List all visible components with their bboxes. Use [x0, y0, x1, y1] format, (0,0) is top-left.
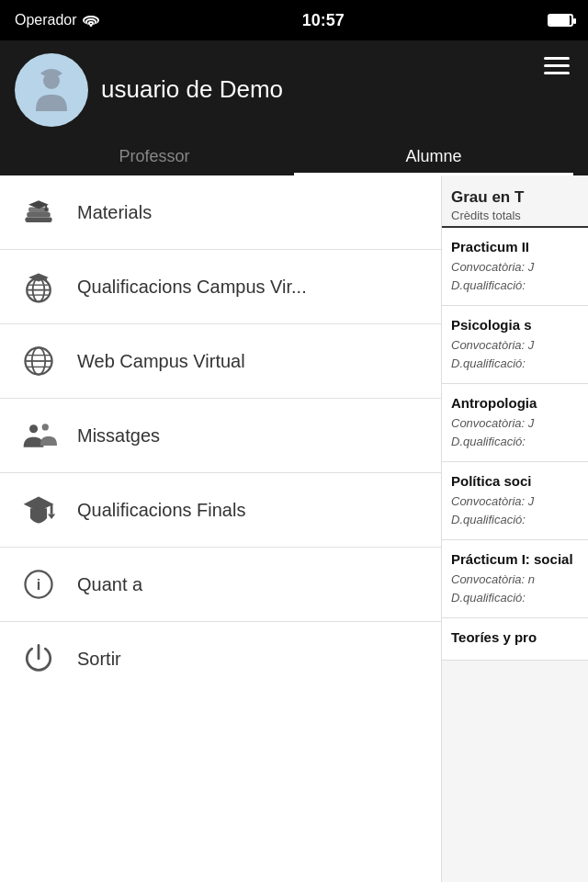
- people-icon: [18, 415, 59, 456]
- svg-text:i: i: [37, 576, 41, 593]
- svg-rect-2: [27, 212, 50, 217]
- status-bar: Operador 10:57: [0, 0, 588, 40]
- globe-icon: [18, 341, 59, 381]
- sidebar-item-qualificacions-finals[interactable]: Qualificacions Finals: [0, 473, 441, 548]
- header: usuario de Demo Professor Alumne: [0, 40, 588, 175]
- course-dq-3: D.qualificació:: [451, 511, 579, 529]
- materials-label: Materials: [77, 202, 152, 223]
- hamburger-button[interactable]: [540, 53, 573, 78]
- hamburger-line-3: [544, 72, 570, 74]
- course-name-0: Practicum II: [451, 239, 579, 254]
- avatar-silhouette-icon: [27, 65, 76, 115]
- sidebar-menu: Materials Qualificacions Campus Vir...: [0, 175, 441, 882]
- user-name-label: usuario de Demo: [101, 75, 283, 104]
- quant-a-label: Quant a: [77, 574, 142, 595]
- course-name-1: Psicologia s: [451, 317, 579, 333]
- svg-rect-13: [45, 277, 47, 282]
- tab-alumne[interactable]: Alumne: [294, 138, 573, 175]
- svg-point-6: [44, 208, 48, 211]
- course-dq-4: D.qualificació:: [451, 589, 579, 607]
- qualificacions-cv-label: Qualificacions Campus Vir...: [77, 277, 307, 298]
- course-item-4[interactable]: Prácticum I: social Convocatòria: n D.qu…: [442, 540, 588, 618]
- course-conv-3: Convocatòria: J: [451, 492, 579, 511]
- svg-point-20: [42, 424, 49, 430]
- course-conv-1: Convocatòria: J: [451, 336, 579, 355]
- course-dq-2: D.qualificació:: [451, 433, 579, 451]
- sidebar-item-web-campus[interactable]: Web Campus Virtual: [0, 324, 441, 399]
- battery-area: [548, 14, 573, 27]
- web-campus-label: Web Campus Virtual: [77, 351, 245, 372]
- course-dq-1: D.qualificació:: [451, 355, 579, 373]
- sidebar-item-missatges[interactable]: Missatges: [0, 399, 441, 473]
- tab-bar: Professor Alumne: [15, 138, 573, 175]
- wifi-icon: [83, 14, 99, 27]
- avatar: [15, 53, 88, 127]
- user-info: usuario de Demo: [15, 53, 283, 127]
- qualificacions-finals-label: Qualificacions Finals: [77, 500, 245, 521]
- tab-professor[interactable]: Professor: [15, 138, 294, 175]
- course-item-3[interactable]: Política soci Convocatòria: J D.qualific…: [442, 462, 588, 540]
- hamburger-line-1: [544, 57, 570, 60]
- graduation-icon: [18, 490, 59, 530]
- carrier-wifi: Operador: [15, 12, 99, 28]
- course-item-1[interactable]: Psicologia s Convocatòria: J D.qualifica…: [442, 306, 588, 384]
- course-item-5[interactable]: Teoríes y pro: [442, 618, 588, 661]
- course-name-3: Política soci: [451, 473, 579, 489]
- course-dq-0: D.qualificació:: [451, 277, 579, 295]
- course-item-0[interactable]: Practicum II Convocatòria: J D.qualifica…: [442, 228, 588, 306]
- sidebar-item-materials[interactable]: Materials: [0, 175, 441, 250]
- carrier-label: Operador: [15, 12, 77, 28]
- course-conv-0: Convocatòria: J: [451, 258, 579, 277]
- right-panel: Grau en T Crèdits totals Practicum II Co…: [441, 175, 588, 882]
- panel-subtitle: Crèdits totals: [451, 209, 579, 222]
- svg-point-19: [29, 424, 38, 433]
- svg-rect-22: [51, 504, 53, 514]
- svg-rect-1: [25, 217, 51, 221]
- sidebar-item-quant-a[interactable]: i Quant a: [0, 548, 441, 622]
- course-name-4: Prácticum I: social: [451, 551, 579, 567]
- course-name-5: Teoríes y pro: [451, 629, 579, 645]
- hamburger-line-2: [544, 64, 570, 67]
- course-name-2: Antropologia: [451, 395, 579, 411]
- course-conv-2: Convocatòria: J: [451, 414, 579, 433]
- main-area: Materials Qualificacions Campus Vir...: [0, 175, 588, 882]
- info-icon: i: [18, 564, 59, 605]
- books-icon: [18, 192, 59, 232]
- battery-icon: [548, 14, 573, 27]
- time-label: 10:57: [302, 11, 345, 30]
- svg-point-0: [43, 73, 60, 89]
- course-item-2[interactable]: Antropologia Convocatòria: J D.qualifica…: [442, 384, 588, 462]
- sidebar-item-sortir[interactable]: Sortir: [0, 622, 441, 695]
- panel-title: Grau en T: [451, 188, 579, 207]
- sidebar-item-qualificacions-cv[interactable]: Qualificacions Campus Vir...: [0, 250, 441, 324]
- missatges-label: Missatges: [77, 425, 160, 447]
- power-icon: [18, 639, 59, 679]
- course-conv-4: Convocatòria: n: [451, 571, 579, 589]
- header-top: usuario de Demo: [15, 53, 573, 127]
- sortir-label: Sortir: [77, 649, 121, 670]
- graduation-globe-icon: [18, 266, 59, 307]
- panel-header: Grau en T Crèdits totals: [442, 175, 588, 228]
